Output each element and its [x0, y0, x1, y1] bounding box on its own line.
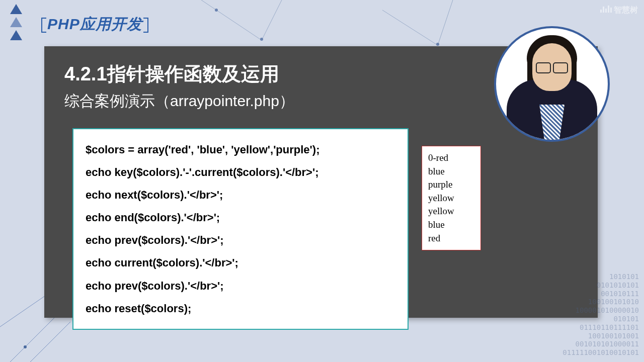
output-line: 0-red	[428, 151, 474, 165]
output-block: 0-red blue purple yellow yellow blue red	[422, 146, 481, 250]
output-line: blue	[428, 165, 474, 178]
output-line: blue	[428, 218, 474, 232]
watermark: 智慧树	[600, 5, 638, 16]
page-title: PHP应用开发	[40, 14, 149, 35]
svg-line-10	[438, 0, 453, 45]
output-line: red	[428, 232, 474, 245]
svg-point-8	[215, 9, 218, 12]
code-block: $colors = array('red', 'blue', 'yellow',…	[72, 128, 409, 330]
svg-point-7	[260, 38, 263, 41]
output-line: yellow	[428, 192, 474, 205]
code-line: echo current($colors).'</br>';	[86, 251, 395, 274]
svg-point-4	[24, 345, 27, 348]
svg-line-2	[30, 322, 70, 362]
code-line: echo prev($colors).'</br>';	[86, 229, 395, 251]
svg-line-9	[382, 10, 438, 45]
code-line: $colors = array('red', 'blue', 'yellow',…	[86, 138, 395, 161]
svg-point-11	[436, 43, 439, 46]
code-line: echo reset($colors);	[86, 297, 395, 320]
svg-line-5	[201, 0, 262, 40]
code-line: echo prev($colors).'</br>';	[86, 275, 395, 297]
decorative-arrows	[10, 4, 22, 40]
output-line: purple	[428, 178, 474, 192]
code-line: echo next($colors).'</br>';	[86, 184, 395, 206]
code-line: echo key($colors).'-'.current($colors).'…	[86, 161, 395, 184]
code-line: echo end($colors).'</br>';	[86, 206, 395, 229]
presenter-avatar	[494, 26, 610, 142]
svg-line-6	[262, 0, 282, 40]
output-line: yellow	[428, 205, 474, 218]
